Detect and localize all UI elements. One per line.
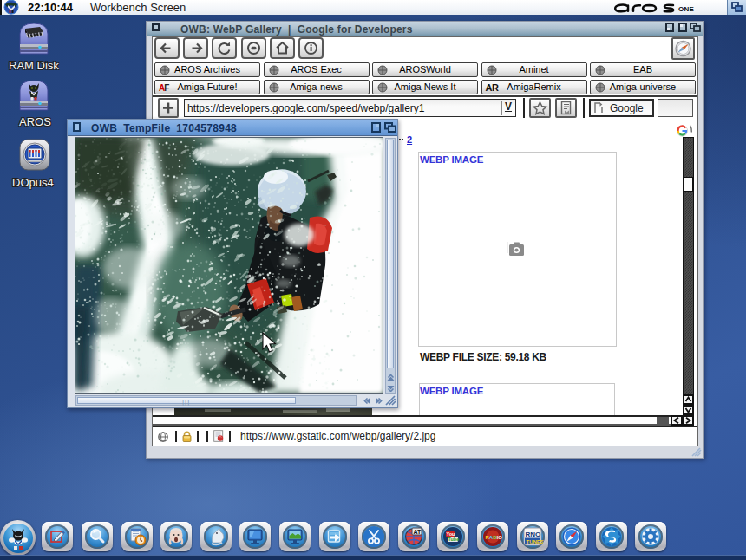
svg-text:ONE: ONE <box>678 5 695 13</box>
svg-text:RNO: RNO <box>525 531 540 538</box>
svg-text:Tube: Tube <box>448 537 460 542</box>
svg-text:RADIO: RADIO <box>486 535 503 540</box>
svg-text:TUNES: TUNES <box>526 539 543 544</box>
svg-text:AT: AT <box>413 529 422 535</box>
